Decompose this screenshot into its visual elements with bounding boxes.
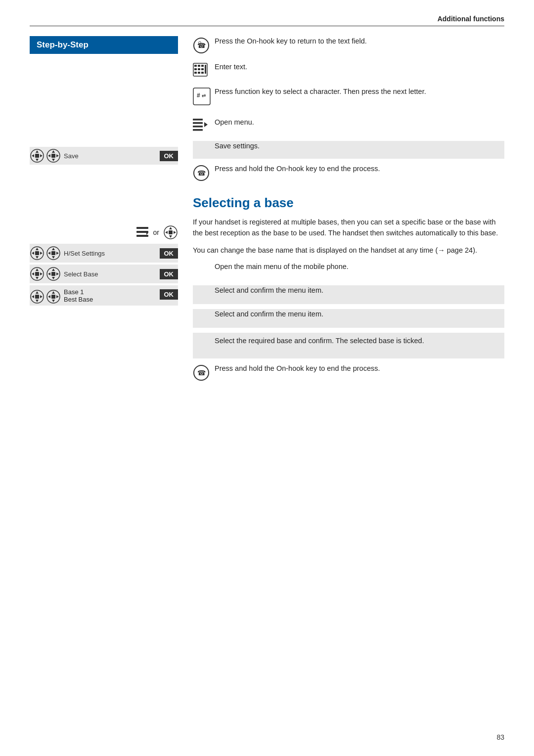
- content-row-open-menu: Open the main menu of the mobile phone.: [193, 262, 504, 280]
- svg-rect-70: [205, 65, 206, 74]
- base1-labels: Base 1 Best Base: [64, 288, 157, 303]
- svg-marker-8: [52, 159, 55, 161]
- svg-rect-45: [51, 272, 55, 276]
- sidebar-row-keyboard: [30, 83, 178, 101]
- svg-rect-63: [201, 65, 204, 67]
- nav-icon-base1-1: [30, 289, 44, 304]
- content-text-selbase: Select and confirm the menu item.: [215, 309, 504, 319]
- content-row-onhook1: ☎ Press the On-hook key to return to the…: [193, 36, 504, 57]
- keyboard-icon: [193, 62, 215, 77]
- sidebar-row-hset: H/Set Settings OK: [30, 244, 178, 263]
- content-row-base1: Select the required base and confirm. Th…: [193, 333, 504, 358]
- svg-marker-1: [36, 150, 39, 153]
- sidebar: Step-by-Step: [30, 36, 188, 389]
- svg-marker-17: [169, 227, 172, 229]
- onhook2-icon: ☎: [193, 164, 215, 181]
- page-number: 83: [496, 733, 504, 741]
- svg-rect-64: [194, 68, 197, 70]
- page-container: Additional functions Step-by-Step: [0, 0, 534, 756]
- selbase-ok-btn[interactable]: OK: [160, 269, 178, 279]
- svg-marker-38: [40, 272, 43, 275]
- onhook1-icon: ☎: [193, 36, 215, 54]
- hset-ok-btn[interactable]: OK: [160, 248, 178, 259]
- svg-text:⇄: ⇄: [202, 93, 206, 98]
- content-text-onhook2: Press and hold the On-hook key to end th…: [215, 164, 504, 174]
- svg-marker-19: [165, 231, 168, 234]
- save-icon: [193, 141, 215, 142]
- funckey-icon: # ⇄: [193, 87, 215, 105]
- onhook3-icon: ☎: [193, 363, 215, 381]
- header-title: Additional functions: [438, 15, 504, 23]
- keyboard-icon-svg: [193, 63, 208, 77]
- content-text-funckey: Press function key to select a character…: [215, 87, 504, 97]
- menu-icon: [193, 117, 215, 131]
- content-row-hset: Select and confirm the menu item.: [193, 285, 504, 304]
- sidebar-row-onhook2: [30, 165, 178, 185]
- nav-icon-base1-2: [46, 289, 61, 304]
- nav-icon-hset-1: [30, 246, 44, 261]
- svg-rect-67: [194, 72, 197, 74]
- open-menu-icon: [193, 262, 215, 263]
- svg-rect-27: [35, 251, 39, 255]
- svg-marker-49: [32, 295, 34, 298]
- content-text-open-menu: Open the main menu of the mobile phone.: [215, 262, 504, 272]
- sidebar-row-menu: [30, 128, 178, 147]
- content-text-onhook1: Press the On-hook key to return to the t…: [215, 36, 504, 46]
- onhook3-icon-svg: ☎: [193, 364, 210, 381]
- base1-content-icon: [193, 336, 215, 337]
- svg-marker-3: [32, 154, 34, 157]
- svg-marker-56: [56, 295, 59, 298]
- svg-marker-48: [36, 300, 39, 302]
- menu-icon-svg: [193, 118, 208, 131]
- content-text-save: Save settings.: [215, 141, 504, 151]
- svg-marker-9: [48, 154, 50, 157]
- page-header: Additional functions: [30, 15, 504, 26]
- svg-marker-29: [52, 248, 55, 250]
- svg-text:☎: ☎: [197, 42, 206, 49]
- content-text-onhook3: Press and hold the On-hook key to end th…: [215, 363, 504, 374]
- content-text-hset: Select and confirm the menu item.: [215, 285, 504, 296]
- sidebar-row-selbase: Select Base OK: [30, 265, 178, 283]
- svg-marker-54: [52, 300, 55, 302]
- svg-rect-65: [198, 68, 200, 70]
- content-text-keyboard: Enter text.: [215, 62, 504, 72]
- svg-rect-75: [193, 122, 203, 124]
- svg-rect-51: [35, 295, 39, 299]
- svg-marker-47: [36, 291, 39, 294]
- svg-marker-50: [40, 295, 43, 298]
- section2-desc1: If your handset is registered at multipl…: [193, 217, 504, 239]
- base1-ok-btn[interactable]: OK: [160, 289, 178, 300]
- content-row-menu: Open menu.: [193, 117, 504, 136]
- nav-icon-1: [30, 148, 44, 163]
- svg-marker-25: [32, 252, 34, 255]
- selbase-nav-icons: [30, 267, 61, 281]
- svg-rect-11: [51, 154, 55, 158]
- nav-icon-or: [163, 225, 178, 240]
- svg-marker-55: [48, 295, 50, 298]
- sidebar-row-onhook3: [30, 306, 178, 326]
- svg-marker-30: [52, 256, 55, 259]
- svg-marker-42: [52, 277, 55, 279]
- content-text-base1: Select the required base and confirm. Th…: [215, 336, 504, 346]
- svg-marker-4: [40, 154, 43, 157]
- svg-rect-39: [35, 272, 39, 276]
- nav-icon-2: [46, 148, 61, 163]
- svg-rect-69: [201, 72, 204, 74]
- svg-text:☎: ☎: [197, 169, 206, 177]
- hset-label: H/Set Settings: [64, 250, 157, 257]
- hset-content-icon: [193, 285, 215, 286]
- svg-marker-31: [48, 252, 50, 255]
- svg-rect-77: [193, 129, 203, 131]
- sidebar-row-save: Save OK: [30, 147, 178, 165]
- content-row-save: Save settings.: [193, 141, 504, 159]
- svg-marker-10: [56, 154, 59, 157]
- content-row-onhook2: ☎ Press and hold the On-hook key to end …: [193, 164, 504, 184]
- svg-marker-18: [169, 235, 172, 238]
- base1-nav-icons: [30, 289, 61, 304]
- svg-marker-36: [36, 277, 39, 279]
- hset-nav-icons: [30, 246, 61, 261]
- save-ok-btn[interactable]: OK: [160, 151, 178, 161]
- or-row: or: [30, 225, 178, 240]
- base1-label: Base 1: [64, 288, 157, 296]
- svg-marker-41: [52, 268, 55, 271]
